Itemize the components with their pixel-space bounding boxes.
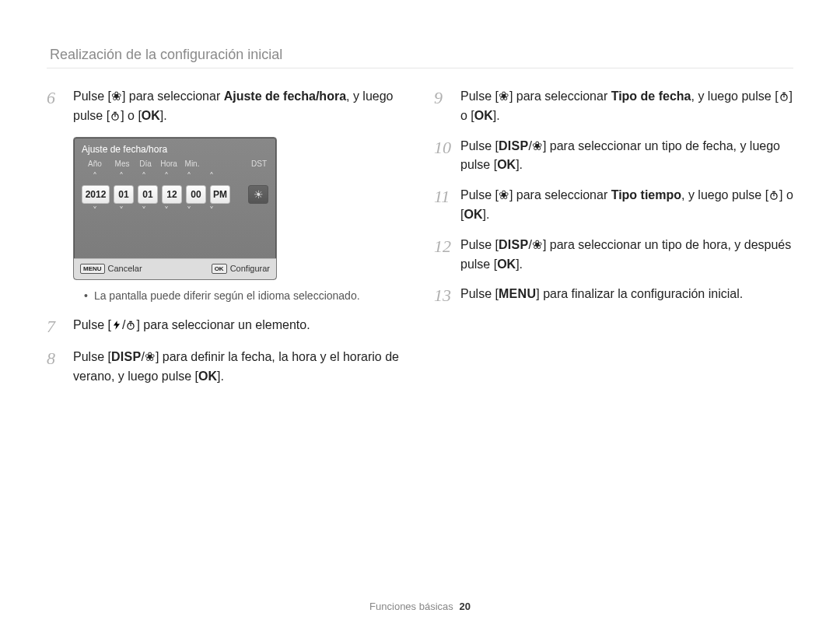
chevron-up-icon: ˄	[112, 171, 131, 182]
footer-page: 20	[459, 601, 470, 612]
screen-title: Ajuste de fecha/hora	[74, 138, 276, 159]
hdr-year: Año	[82, 159, 108, 168]
step-13: 13 Pulse [MENU] para finalizar la config…	[434, 285, 793, 306]
value-hour: 12	[162, 185, 182, 204]
footer-ok: OKConfigurar	[212, 264, 270, 275]
ok-icon: OK	[198, 370, 217, 383]
step-text: Pulse [❀] para seleccionar Tipo de fecha…	[460, 87, 793, 126]
menu-key-icon: MENU	[80, 264, 105, 274]
step-12: 12 Pulse [DISP/❀] para seleccionar un ti…	[434, 236, 793, 275]
ok-icon: OK	[497, 158, 516, 171]
bold-term: Tipo tiempo	[611, 188, 681, 201]
chevron-up-icon: ˄	[82, 171, 108, 182]
sun-icon: ☀	[248, 185, 268, 204]
header-rule	[47, 68, 793, 68]
macro-icon: ❀	[145, 348, 156, 367]
chevron-up-icon: ˄	[202, 171, 221, 182]
camera-screen: Ajuste de fecha/hora Año Mes Día Hora Mi…	[73, 137, 277, 280]
note: • La pantalla puede diferir según el idi…	[84, 289, 406, 302]
value-year: 2012	[82, 185, 110, 204]
spinner-up-row: ˄ ˄ ˄ ˄ ˄ ˄	[74, 171, 276, 185]
step-text: Pulse [MENU] para finalizar la configura…	[460, 285, 793, 304]
word-pulse: Pulse	[460, 238, 492, 251]
step-text: Pulse [❀] para seleccionar Tipo tiempo, …	[460, 186, 793, 225]
bold-term: Ajuste de fecha/hora	[224, 89, 346, 103]
step-number: 13	[434, 285, 460, 306]
step-10: 10 Pulse [DISP/❀] para seleccionar un ti…	[434, 137, 793, 176]
footer-section: Funciones básicas	[369, 601, 453, 612]
chevron-down-icon: ˅	[82, 205, 108, 216]
step-number: 12	[434, 236, 460, 257]
word-pulse: Pulse	[460, 139, 492, 152]
ok-key-icon: OK	[212, 264, 227, 274]
word-pulse: Pulse	[460, 89, 492, 103]
spinner-down-row: ˅ ˅ ˅ ˅ ˅ ˅	[74, 205, 276, 219]
right-column: 9 Pulse [❀] para seleccionar Tipo de fec…	[434, 87, 793, 398]
left-column: 6 Pulse [❀] para seleccionar Ajuste de f…	[47, 87, 406, 398]
macro-icon: ❀	[532, 236, 543, 255]
step-number: 9	[434, 87, 460, 109]
page-header: Realización de la configuración inicial	[50, 47, 793, 63]
step-8: 8 Pulse [DISP/❀] para definir la fecha, …	[47, 348, 406, 387]
hdr-month: Mes	[113, 159, 131, 168]
screen-footer: MENUCancelar OKConfigurar	[74, 258, 276, 279]
macro-icon: ❀	[499, 87, 509, 107]
step-11: 11 Pulse [❀] para seleccionar Tipo tiemp…	[434, 186, 793, 225]
spinner-value-row: 2012 01 01 12 00 PM ☀	[74, 185, 276, 205]
screen-column-headers: Año Mes Día Hora Min. DST	[74, 159, 276, 171]
step-text: Pulse [DISP/❀] para seleccionar un tipo …	[460, 236, 793, 275]
bold-term: Tipo de fecha	[611, 89, 691, 103]
content-columns: 6 Pulse [❀] para seleccionar Ajuste de f…	[47, 87, 793, 398]
step-number: 11	[434, 186, 460, 208]
macro-icon: ❀	[499, 186, 509, 205]
ok-icon: OK	[464, 208, 482, 221]
word-pulse: Pulse	[460, 188, 492, 201]
value-ampm: PM	[210, 185, 230, 204]
chevron-up-icon: ˄	[157, 171, 176, 182]
chevron-up-icon: ˄	[180, 171, 198, 182]
hdr-min: Min.	[183, 159, 201, 168]
svg-marker-3	[114, 321, 120, 330]
hdr-day: Día	[136, 159, 155, 168]
step-9: 9 Pulse [❀] para seleccionar Tipo de fec…	[434, 87, 793, 126]
macro-icon: ❀	[532, 137, 543, 156]
word-pulse: Pulse	[73, 89, 104, 103]
ok-icon: OK	[497, 257, 516, 271]
step-number: 8	[47, 348, 73, 370]
timer-icon	[110, 107, 121, 126]
value-min: 00	[186, 185, 206, 204]
hdr-dst: DST	[250, 159, 268, 168]
timer-icon	[768, 186, 779, 205]
note-text: La pantalla puede diferir según el idiom…	[94, 289, 360, 302]
page-footer: Funciones básicas 20	[0, 601, 840, 612]
disp-icon: DISP	[111, 350, 142, 363]
step-text: Pulse [DISP/❀] para definir la fecha, la…	[73, 348, 406, 387]
hdr-hour: Hora	[159, 159, 178, 168]
disp-icon: DISP	[499, 139, 529, 152]
ok-icon: OK	[142, 109, 160, 122]
word-pulse: Pulse	[73, 350, 104, 363]
chevron-down-icon: ˅	[180, 205, 198, 216]
word-pulse: Pulse	[73, 318, 104, 331]
step-text: Pulse [/] para seleccionar un elemento.	[73, 316, 406, 335]
disp-icon: DISP	[499, 238, 529, 251]
bullet-icon: •	[84, 289, 88, 302]
timer-icon	[779, 87, 789, 107]
step-7: 7 Pulse [/] para seleccionar un elemento…	[47, 316, 406, 338]
footer-cancel: MENUCancelar	[80, 264, 142, 275]
step-number: 6	[47, 87, 73, 109]
word-pulse: Pulse	[460, 287, 492, 300]
value-month: 01	[114, 185, 134, 204]
value-day: 01	[138, 185, 158, 204]
step-number: 7	[47, 316, 73, 338]
chevron-down-icon: ˅	[135, 205, 153, 216]
timer-icon	[125, 316, 136, 335]
flash-icon	[111, 316, 122, 335]
ok-icon: OK	[474, 109, 493, 122]
manual-page: { "header": "Realización de la configura…	[0, 0, 840, 634]
chevron-down-icon: ˅	[157, 205, 176, 216]
chevron-up-icon: ˄	[135, 171, 153, 182]
step-number: 10	[434, 137, 460, 159]
step-text: Pulse [DISP/❀] para seleccionar un tipo …	[460, 137, 793, 176]
menu-icon: MENU	[499, 287, 536, 300]
